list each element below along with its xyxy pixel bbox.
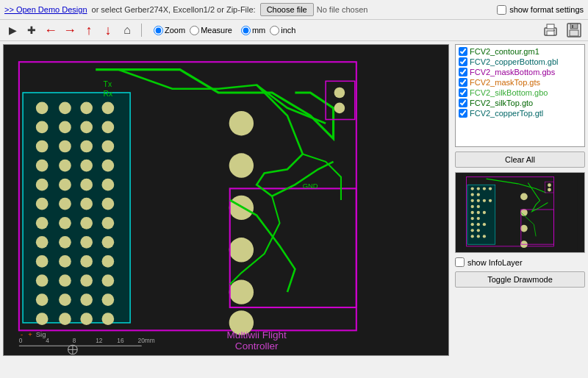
svg-rect-5 [570,24,578,29]
svg-point-116 [520,193,528,201]
show-format-checkbox[interactable] [497,5,506,15]
svg-text:Multiwii Flight: Multiwii Flight [227,329,287,340]
svg-point-26 [59,160,71,172]
svg-text:Rx: Rx [104,90,114,98]
svg-point-111 [483,211,486,214]
inch-radio[interactable] [270,26,279,35]
svg-text:GND: GND [303,182,318,190]
svg-point-12 [36,121,49,134]
svg-point-29 [59,217,71,229]
svg-point-17 [36,217,49,229]
inch-radio-label[interactable]: inch [270,26,295,35]
zoom-measure-group: Zoom Measure [154,26,232,35]
svg-point-91 [471,187,474,190]
file-list-item[interactable]: FCV2_maskTop.gts [457,77,583,88]
measure-radio-label[interactable]: Measure [190,26,232,35]
svg-point-109 [483,187,486,190]
svg-point-108 [477,235,480,238]
crosshair-icon[interactable]: ✚ [24,22,40,38]
svg-text:Tx: Tx [104,80,112,88]
pcb-canvas[interactable]: Tx Rx GND Multiwii Flight Controller www… [3,44,449,356]
svg-point-104 [477,211,480,214]
file-list-item[interactable]: FCV2_maskBottom.gbs [457,67,583,77]
mm-radio-label[interactable]: mm [241,26,265,35]
svg-point-59 [229,111,254,135]
pan-left-icon[interactable]: ← [43,22,59,38]
svg-text:16: 16 [117,337,124,344]
svg-point-40 [80,198,93,210]
print-icon[interactable] [541,22,560,38]
svg-point-20 [36,274,49,287]
svg-point-18 [36,236,49,249]
svg-point-42 [80,236,93,249]
svg-rect-6 [570,30,578,36]
info-layer-row: show InfoLayer [455,257,585,267]
file-checkbox[interactable] [459,78,467,87]
file-list-item[interactable]: FCV2_copperBottom.gbl [457,57,583,67]
file-list-item[interactable]: FCV2_silkBottom.gbo [457,88,583,98]
svg-text:Controller: Controller [235,340,279,352]
svg-point-50 [102,160,115,172]
svg-point-39 [80,179,93,191]
home-icon[interactable]: ⌂ [119,22,135,38]
file-name-label: FCV2_silkTop.gto [470,99,533,107]
zoom-radio[interactable] [154,26,163,35]
measure-radio[interactable] [190,26,199,35]
file-list-item[interactable]: FCV2_copperTop.gtl [457,108,583,118]
svg-point-15 [36,179,49,191]
svg-point-36 [80,121,93,134]
svg-point-43 [80,255,93,268]
file-list-item[interactable]: FCV2_silkTop.gto [457,98,583,108]
svg-point-122 [548,183,551,187]
file-checkbox[interactable] [459,68,467,76]
no-file-label: No file chosen [317,5,368,14]
file-checkbox[interactable] [459,88,467,97]
svg-point-115 [489,199,492,202]
save-icon[interactable] [564,22,584,38]
svg-point-106 [477,223,480,226]
mm-radio[interactable] [241,26,251,35]
svg-point-27 [59,179,71,191]
pan-right-icon[interactable]: → [62,22,78,38]
file-checkbox[interactable] [459,57,467,66]
svg-point-107 [477,229,480,232]
toggle-drawmode-button[interactable]: Toggle Drawmode [455,271,585,288]
svg-point-62 [229,238,254,262]
file-list: FCV2_contour.gm1FCV2_copperBottom.gblFCV… [455,44,585,147]
file-checkbox[interactable] [459,109,467,118]
svg-text:Sig: Sig [36,331,46,338]
toolbar-row: ▶ ✚ ← → ↑ ↓ ⌂ Zoom Measure mm inch [0,20,588,41]
svg-point-23 [59,101,71,114]
pan-up-icon[interactable]: ↑ [81,22,97,38]
svg-point-51 [102,179,115,191]
toolbar-right [541,22,584,38]
clear-all-button[interactable]: Clear All [455,151,585,168]
svg-point-30 [59,236,71,249]
svg-point-49 [102,140,115,153]
svg-point-13 [36,140,49,153]
svg-rect-1 [547,31,554,35]
pointer-icon[interactable]: ▶ [4,22,21,38]
svg-point-118 [520,225,528,232]
svg-point-55 [102,255,115,268]
svg-point-11 [36,101,49,114]
svg-point-3 [553,29,555,31]
open-demo-link[interactable]: >> Open Demo Design [4,5,87,14]
svg-text:20mm: 20mm [138,337,155,344]
file-checkbox[interactable] [459,99,467,107]
file-list-item[interactable]: FCV2_contour.gm1 [457,46,583,57]
file-name-label: FCV2_copperBottom.gbl [470,57,558,66]
file-checkbox[interactable] [459,47,467,56]
svg-point-96 [471,217,474,220]
zoom-radio-label[interactable]: Zoom [154,26,185,35]
svg-point-94 [471,205,474,208]
show-infolayer-checkbox[interactable] [455,257,465,267]
choose-file-button[interactable]: Choose file [260,3,314,16]
svg-point-105 [477,217,480,220]
svg-point-123 [548,188,551,192]
svg-rect-2 [547,24,554,29]
pan-down-icon[interactable]: ↓ [100,22,116,38]
svg-point-52 [102,198,115,210]
svg-point-35 [80,101,93,114]
svg-point-45 [80,293,93,306]
